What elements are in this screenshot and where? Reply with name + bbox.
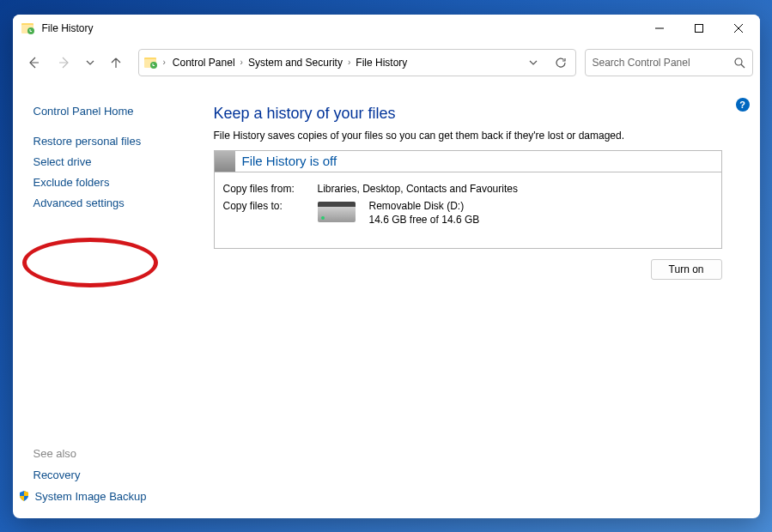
sidebar: Control Panel Home Restore personal file…	[13, 83, 202, 518]
sidebar-links: Restore personal files Select drive Excl…	[33, 135, 195, 209]
address-bar[interactable]: › Control Panel › System and Security › …	[138, 49, 576, 76]
content-area: ? Control Panel Home Restore personal fi…	[13, 83, 760, 518]
control-panel-home-link[interactable]: Control Panel Home	[33, 105, 195, 118]
status-body: Copy files from: Libraries, Desktop, Con…	[215, 172, 721, 248]
drive-icon	[318, 202, 356, 222]
toolbar: › Control Panel › System and Security › …	[13, 42, 760, 83]
sidebar-link-select-drive[interactable]: Select drive	[33, 155, 195, 168]
search-icon[interactable]	[733, 57, 745, 69]
refresh-button[interactable]	[553, 55, 568, 70]
chevron-right-icon: ›	[239, 57, 245, 67]
forward-button[interactable]	[51, 49, 78, 76]
maximize-button[interactable]	[679, 15, 719, 42]
address-dropdown-button[interactable]	[526, 55, 541, 70]
status-box: File History is off Copy files from: Lib…	[214, 150, 722, 249]
breadcrumb-item[interactable]: System and Security	[245, 53, 346, 72]
see-also-section: See also Recovery System Image Backup	[33, 447, 147, 503]
search-input[interactable]	[593, 57, 733, 69]
close-button[interactable]	[719, 15, 758, 42]
copy-from-label: Copy files from:	[223, 183, 318, 195]
see-also-system-image-backup[interactable]: System Image Backup	[18, 490, 147, 503]
sidebar-link-advanced-settings[interactable]: Advanced settings	[33, 196, 195, 209]
drive-name: Removable Disk (D:)	[369, 200, 480, 212]
address-icon	[143, 54, 160, 71]
chevron-right-icon: ›	[346, 57, 352, 67]
drive-space: 14.6 GB free of 14.6 GB	[369, 214, 480, 226]
breadcrumb: Control Panel › System and Security › Fi…	[169, 53, 524, 72]
up-button[interactable]	[102, 49, 130, 76]
turn-on-button[interactable]: Turn on	[651, 259, 722, 280]
page-description: File History saves copies of your files …	[214, 130, 722, 142]
chevron-right-icon[interactable]: ›	[161, 57, 167, 67]
search-box[interactable]	[585, 49, 753, 76]
status-header: File History is off	[215, 151, 721, 172]
copy-from-value: Libraries, Desktop, Contacts and Favouri…	[318, 183, 713, 195]
shield-icon	[18, 490, 30, 502]
main-panel: Keep a history of your files File Histor…	[202, 83, 760, 518]
see-also-label-text: System Image Backup	[35, 490, 147, 503]
action-row: Turn on	[214, 259, 722, 280]
svg-point-12	[735, 58, 742, 65]
breadcrumb-item[interactable]: File History	[352, 53, 410, 72]
help-button[interactable]: ?	[736, 98, 750, 112]
back-button[interactable]	[20, 49, 47, 76]
svg-rect-4	[695, 24, 702, 32]
app-icon	[21, 21, 35, 35]
recent-locations-button[interactable]	[82, 49, 99, 76]
sidebar-link-exclude-folders[interactable]: Exclude folders	[33, 176, 195, 189]
window-controls	[640, 15, 758, 42]
status-header-icon	[215, 151, 235, 172]
svg-line-13	[741, 64, 745, 68]
window-title: File History	[42, 22, 640, 34]
sidebar-link-restore[interactable]: Restore personal files	[33, 135, 195, 148]
see-also-label: See also	[33, 447, 147, 460]
page-title: Keep a history of your files	[214, 105, 722, 123]
file-history-window: File History	[13, 15, 760, 518]
copy-to-label: Copy files to:	[223, 200, 318, 226]
minimize-button[interactable]	[640, 15, 679, 42]
drive-info: Removable Disk (D:) 14.6 GB free of 14.6…	[318, 200, 713, 226]
titlebar: File History	[13, 15, 760, 42]
see-also-recovery[interactable]: Recovery	[33, 469, 147, 481]
breadcrumb-item[interactable]: Control Panel	[169, 53, 239, 72]
status-header-text: File History is off	[235, 152, 344, 170]
